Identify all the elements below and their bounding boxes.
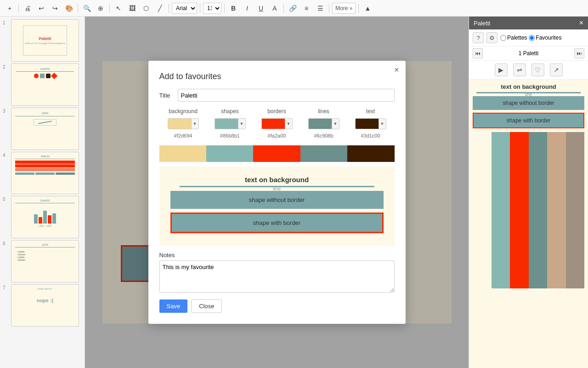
modal-notes-textarea[interactable]: This is my favourite xyxy=(159,260,395,293)
slide-number-5: 5 xyxy=(3,196,9,202)
palettes-radio[interactable] xyxy=(500,35,506,41)
slide-item-3[interactable]: 3 LINES xyxy=(3,108,82,150)
rp-strip-shapes xyxy=(492,132,510,288)
palettes-radio-label[interactable]: Palettes xyxy=(500,34,527,41)
rp-color-strips xyxy=(473,132,584,288)
slide-number-6: 6 xyxy=(3,240,9,246)
modal-dialog: × Add to favourites Title background sha… xyxy=(148,61,406,324)
slide-item-4[interactable]: 4 TABLES xyxy=(3,152,82,194)
nav-text: 1 Paletti xyxy=(485,50,572,57)
bar-lines xyxy=(300,145,347,162)
right-panel-close-btn[interactable]: × xyxy=(579,19,583,27)
print-btn[interactable]: 🖨 xyxy=(22,2,34,14)
slide-item-7[interactable]: 7 WHAT NEXT? nope :( xyxy=(3,284,82,327)
mpv-line: line xyxy=(180,186,374,187)
expand-btn[interactable]: ↗ xyxy=(550,63,563,76)
list-btn[interactable]: ☰ xyxy=(314,2,326,14)
slide-number-3: 3 xyxy=(3,108,9,114)
modal-title-label: Title xyxy=(159,92,173,99)
slide-item-1[interactable]: 1 Paletti Add-on for Google Presentation… xyxy=(3,19,82,62)
align-btn[interactable]: ≡ xyxy=(300,2,312,14)
rp-strip-lines xyxy=(529,132,548,288)
hex-lines: #6c908b xyxy=(314,133,333,138)
bar-text xyxy=(347,145,394,162)
col-header-background: background xyxy=(160,108,206,116)
background-color-arrow: ▼ xyxy=(191,119,198,129)
collapse-btn[interactable]: ▲ xyxy=(362,2,373,14)
right-panel-header: Paletti × xyxy=(469,17,588,29)
modal-title-row: Title xyxy=(159,89,395,102)
line-btn[interactable]: ╱ xyxy=(154,2,166,14)
rp-shape-border: shape with border xyxy=(473,113,584,128)
shuffle-btn[interactable]: ⇌ xyxy=(513,63,526,76)
color-picker-row: ▼ ▼ xyxy=(160,117,394,130)
undo-btn[interactable]: ↩ xyxy=(35,2,47,14)
rp-strip-bg xyxy=(473,132,492,288)
slide-thumb-7: WHAT NEXT? nope :( xyxy=(11,284,79,327)
rp-text-on-bg: text on background xyxy=(473,83,584,90)
background-color-btn[interactable]: ▼ xyxy=(168,118,199,129)
bar-borders xyxy=(253,145,300,162)
zoom-out-btn[interactable]: 🔍 xyxy=(81,2,93,14)
cursor-btn[interactable]: ↖ xyxy=(113,2,124,14)
link-btn[interactable]: 🔗 xyxy=(287,2,299,14)
more-btn[interactable]: More » xyxy=(332,3,356,14)
close-button[interactable]: Close xyxy=(191,299,222,313)
slide-number-1: 1 xyxy=(3,19,9,25)
text-color-arrow: ▼ xyxy=(379,119,386,129)
favourites-radio-label[interactable]: Favourites xyxy=(529,34,561,41)
slide-item-2[interactable]: 2 CHARTS xyxy=(3,63,82,106)
modal-color-table: background shapes borders lines text xyxy=(159,107,395,141)
zoom-in-btn[interactable]: ⊕ xyxy=(95,2,107,14)
nav-first-btn[interactable]: ⏮ xyxy=(473,48,483,58)
font-size-select[interactable]: 11 xyxy=(203,3,221,14)
right-panel-title: Paletti xyxy=(474,20,490,27)
bold-btn[interactable]: B xyxy=(227,2,239,14)
paint-btn[interactable]: 🎨 xyxy=(63,2,75,14)
shapes-btn[interactable]: ⬡ xyxy=(140,2,152,14)
underline-btn[interactable]: U xyxy=(255,2,267,14)
image-btn[interactable]: 🖼 xyxy=(126,2,138,14)
bar-background xyxy=(159,145,206,162)
col-header-text: text xyxy=(348,108,394,116)
mpv-shape-no-border: shape without border xyxy=(170,191,384,209)
add-slide-btn[interactable]: + xyxy=(4,2,16,14)
redo-btn[interactable]: ↪ xyxy=(49,2,61,14)
text-color-btn[interactable]: ▼ xyxy=(355,118,386,129)
lines-color-arrow: ▼ xyxy=(332,119,339,129)
slides-panel: 1 Paletti Add-on for Google Presentation… xyxy=(0,17,85,368)
modal-title-input[interactable] xyxy=(178,89,395,102)
help-btn[interactable]: ? xyxy=(473,32,484,43)
toolbar: + 🖨 ↩ ↪ 🎨 🔍 ⊕ ↖ 🖼 ⬡ ╱ Arial 11 B I U A 🔗… xyxy=(0,0,588,17)
modal-btn-row: Save Close xyxy=(159,299,395,313)
hex-borders: #fa2a00 xyxy=(268,133,286,138)
slide-thumb-3: LINES xyxy=(11,108,79,150)
slide-item-5[interactable]: 5 CHARTS Label Label xyxy=(3,196,82,238)
settings-btn[interactable]: ⚙ xyxy=(486,32,498,43)
nav-last-btn[interactable]: ⏭ xyxy=(574,48,584,58)
favorite-btn[interactable]: ♡ xyxy=(531,63,544,76)
shapes-color-btn[interactable]: ▼ xyxy=(215,118,246,129)
lines-color-btn[interactable]: ▼ xyxy=(308,118,339,129)
slide-item-6[interactable]: 6 LISTS • points • photos • points • pho… xyxy=(3,240,82,282)
modal-palette-preview: text on background line shape without bo… xyxy=(159,167,395,246)
favourites-radio[interactable] xyxy=(529,35,535,41)
col-header-shapes: shapes xyxy=(207,108,253,116)
mpv-text-on-bg: text on background xyxy=(170,176,384,184)
slide-number-2: 2 xyxy=(3,63,9,69)
right-panel: Paletti × ? ⚙ Palettes Favourites ⏮ 1 Pa… xyxy=(469,17,588,368)
slide-thumb-1: Paletti Add-on for Google Presentations xyxy=(11,19,79,62)
italic-btn[interactable]: I xyxy=(241,2,253,14)
modal-title: Add to favourites xyxy=(159,72,395,81)
modal-close-btn[interactable]: × xyxy=(394,65,399,75)
col-header-borders: borders xyxy=(254,108,300,116)
font-family-select[interactable]: Arial xyxy=(172,3,197,14)
borders-color-btn[interactable]: ▼ xyxy=(261,118,293,129)
save-button[interactable]: Save xyxy=(159,299,188,313)
hex-background: #f2d694 xyxy=(174,133,192,138)
font-color-btn[interactable]: A xyxy=(269,2,281,14)
right-panel-palette-preview: text on background line shape without bo… xyxy=(469,80,588,368)
col-header-lines: lines xyxy=(301,108,347,116)
slide-thumb-6: LISTS • points • photos • points • photo… xyxy=(11,240,79,282)
play-btn[interactable]: ▶ xyxy=(495,63,508,76)
